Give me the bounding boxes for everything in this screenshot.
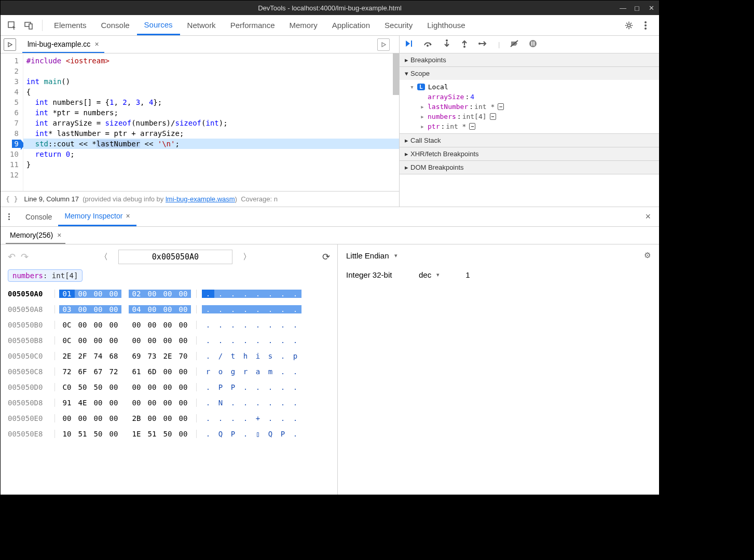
scope-var-arraySize[interactable]: arraySize: 4: [400, 92, 659, 102]
pretty-print-icon[interactable]: { }: [6, 195, 18, 203]
xhr-breakpoints-section[interactable]: ▸XHR/fetch Breakpoints: [400, 147, 659, 160]
tab-security[interactable]: Security: [377, 15, 420, 35]
drawer-more-icon[interactable]: [5, 213, 13, 220]
pause-exceptions-icon[interactable]: [529, 39, 537, 49]
value-settings-icon[interactable]: ⚙: [644, 251, 651, 260]
svg-rect-14: [533, 42, 534, 46]
svg-rect-2: [29, 24, 32, 29]
svg-point-8: [427, 45, 429, 47]
svg-rect-7: [411, 40, 412, 47]
inspect-icon[interactable]: [5, 18, 19, 33]
scope-var-ptr[interactable]: ▸ptr: int *⋯: [400, 121, 659, 131]
undo-icon[interactable]: ↶: [8, 251, 16, 263]
cursor-position: Line 9, Column 17: [24, 195, 79, 203]
code-editor[interactable]: 123456789101112 #include <iostream>int m…: [1, 53, 399, 191]
toggle-navigator-icon[interactable]: [4, 38, 16, 51]
prev-page-icon[interactable]: 〈: [97, 252, 111, 263]
tab-console[interactable]: Console: [94, 15, 137, 35]
inspected-value: 1: [465, 270, 470, 279]
wasm-link[interactable]: lmi-bug-example.wasm: [166, 195, 235, 203]
memory-inspector-tab[interactable]: Memory Inspector×: [58, 207, 136, 226]
refresh-icon[interactable]: ⟳: [322, 251, 330, 263]
tab-performance[interactable]: Performance: [223, 15, 282, 35]
callstack-section[interactable]: ▸Call Stack: [400, 134, 659, 147]
run-snippet-icon[interactable]: [377, 38, 390, 51]
tab-application[interactable]: Application: [325, 15, 377, 35]
step-out-icon[interactable]: [461, 39, 468, 49]
scope-local[interactable]: ▾LLocal: [400, 82, 659, 92]
svg-rect-13: [531, 42, 532, 46]
scope-var-numbers[interactable]: ▸numbers: int[4]⋯: [400, 112, 659, 121]
svg-point-4: [645, 21, 647, 23]
close-drawer-tab-icon[interactable]: ×: [126, 212, 130, 220]
file-tab[interactable]: lmi-bug-example.cc ×: [22, 36, 104, 53]
window-title: DevTools - localhost:4000/lmi-bug-exampl…: [258, 4, 402, 12]
tab-memory[interactable]: Memory: [282, 15, 325, 35]
svg-point-9: [446, 39, 448, 42]
settings-icon[interactable]: [622, 18, 636, 33]
tab-network[interactable]: Network: [180, 15, 223, 35]
svg-point-11: [478, 43, 481, 45]
dom-breakpoints-section[interactable]: ▸DOM Breakpoints: [400, 161, 659, 174]
endianness-select[interactable]: Little Endian: [346, 251, 389, 260]
console-tab[interactable]: Console: [19, 207, 58, 226]
maximize-icon[interactable]: ◻: [634, 4, 641, 11]
svg-point-12: [529, 40, 537, 47]
tab-lighthouse[interactable]: Lighthouse: [420, 15, 472, 35]
main-tabbar: ElementsConsoleSourcesNetworkPerformance…: [1, 15, 659, 36]
format-select[interactable]: dec: [419, 270, 431, 279]
hex-viewer[interactable]: 005050A00100000002000000........005050A8…: [8, 286, 330, 442]
drawer-tabs: Console Memory Inspector× ×: [1, 207, 659, 227]
debugger-toolbar: |: [400, 36, 659, 53]
close-icon[interactable]: ✕: [649, 4, 656, 11]
close-tab-icon[interactable]: ×: [94, 40, 99, 48]
tab-sources[interactable]: Sources: [137, 15, 180, 35]
status-bar: { } Line 9, Column 17 (provided via debu…: [1, 191, 399, 207]
more-icon[interactable]: [638, 18, 653, 33]
breakpoints-section[interactable]: ▸Breakpoints: [400, 53, 659, 66]
resume-icon[interactable]: [405, 39, 413, 49]
value-type-label: Integer 32-bit: [346, 270, 414, 279]
svg-point-3: [627, 24, 630, 26]
svg-point-5: [645, 24, 647, 26]
svg-point-10: [463, 46, 465, 48]
close-memory-tab-icon[interactable]: ×: [57, 231, 61, 239]
file-tab-label: lmi-bug-example.cc: [28, 40, 90, 48]
step-over-icon[interactable]: [423, 40, 433, 49]
tab-elements[interactable]: Elements: [47, 15, 94, 35]
step-icon[interactable]: [478, 40, 488, 49]
source-tabs: lmi-bug-example.cc ×: [1, 36, 399, 53]
svg-point-6: [645, 28, 647, 30]
deactivate-breakpoints-icon[interactable]: [510, 39, 518, 49]
minimize-icon[interactable]: —: [620, 4, 627, 11]
window-titlebar: DevTools - localhost:4000/lmi-bug-exampl…: [1, 1, 659, 15]
close-drawer-icon[interactable]: ×: [641, 211, 655, 222]
scope-section[interactable]: ▾Scope: [400, 67, 659, 80]
address-input[interactable]: [118, 250, 232, 264]
next-page-icon[interactable]: 〉: [240, 252, 254, 263]
scrollbar-thumb[interactable]: [393, 53, 399, 95]
scope-var-lastNumber[interactable]: ▸lastNumber: int *⋯: [400, 102, 659, 112]
redo-icon[interactable]: ↷: [21, 251, 29, 263]
memory-buffer-tab[interactable]: Memory(256)×: [6, 227, 65, 244]
highlight-badge[interactable]: numbers: int[4]: [8, 269, 83, 282]
device-toggle-icon[interactable]: [21, 18, 36, 33]
step-into-icon[interactable]: [443, 39, 450, 49]
